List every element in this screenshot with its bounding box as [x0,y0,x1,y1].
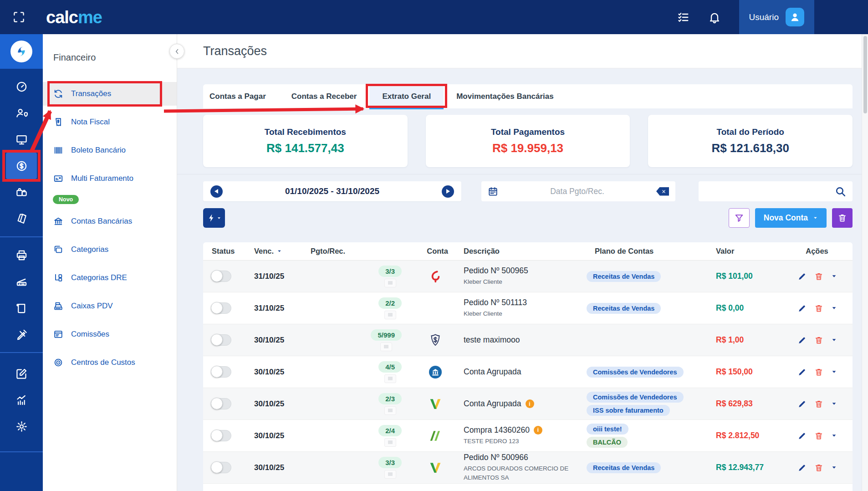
edit-button[interactable] [797,272,807,281]
edit-button[interactable] [797,431,807,440]
expand-button[interactable] [831,433,837,439]
rail-item-dashboard[interactable] [6,73,37,100]
sidebar-item-multi-faturamento[interactable]: Multi Faturamento [43,167,177,190]
status-toggle[interactable] [211,302,231,314]
column-header[interactable]: Plano de Contas [581,247,709,256]
delete-button[interactable] [814,304,823,313]
trash-icon [814,463,823,472]
rail-item-users-shield[interactable] [6,100,37,126]
tab-movimentacoes-bancarias[interactable]: Movimentações Bancárias [444,84,567,108]
rail-item-printer[interactable] [6,242,37,268]
delete-button[interactable] [814,399,823,409]
scrollbar-thumb[interactable] [863,36,867,113]
barcode-mini-icon[interactable] [384,438,396,447]
tab-contas-a-receber[interactable]: Contas a Receber [279,84,370,108]
calendar-button[interactable] [488,186,498,197]
expand-button[interactable] [831,465,837,471]
status-toggle[interactable] [211,366,231,378]
fullscreen-button[interactable] [13,11,25,23]
info-icon[interactable]: i [526,399,534,408]
edit-button[interactable] [797,304,807,313]
sidebar-item-transacoes[interactable]: Transações [43,82,177,106]
rail-item-scanner[interactable] [6,268,37,295]
column-header[interactable]: Ações [781,247,853,256]
barcode-mini-icon[interactable] [384,470,396,479]
edit-button[interactable] [797,368,807,377]
tab-contas-a-pagar[interactable]: Contas a Pagar [203,84,279,108]
notifications-bell-button[interactable] [708,11,721,24]
app-logo[interactable]: calcme [46,9,102,26]
delete-button[interactable] [814,368,823,377]
delete-button[interactable] [814,336,823,345]
table-row: 31/10/253/3Pedido Nº 500965Kleber Client… [203,261,853,292]
sidebar-item-nota-fiscal[interactable]: Nota Fiscal [43,110,177,134]
rail-item-catalog[interactable] [6,205,37,232]
rail-item-finance[interactable] [6,153,37,179]
expand-button[interactable] [831,273,837,279]
barcode-mini-icon[interactable] [384,374,396,383]
barcode-mini-icon[interactable] [384,311,396,319]
column-header[interactable]: Status [203,247,244,256]
next-period-button[interactable] [442,185,454,198]
column-header[interactable]: Descrição [458,247,581,256]
bulk-delete-button[interactable] [832,208,853,228]
status-toggle[interactable] [211,462,231,473]
mini-barcode-icon [387,376,394,381]
rail-item-shopping[interactable] [6,179,37,205]
rail-item-settings[interactable] [6,413,37,440]
sidebar-item-categorias-dre[interactable]: Categorias DRE [43,266,177,290]
column-header[interactable]: Valor [709,247,781,256]
search-button[interactable] [835,186,846,197]
quick-actions-button[interactable] [203,208,225,228]
nova-conta-button[interactable]: Nova Conta [755,208,827,228]
info-icon[interactable]: i [534,426,542,435]
edit-button[interactable] [797,336,807,345]
search-input[interactable] [705,187,835,196]
status-toggle[interactable] [211,271,231,282]
edit-button[interactable] [797,399,807,409]
edit-button[interactable] [797,463,807,472]
sidebar-item-contas-bancarias[interactable]: Contas Bancárias [43,210,177,233]
tab-extrato-geral[interactable]: Extrato Geral [369,84,444,108]
date-range-picker[interactable]: 01/10/2025 - 31/10/2025 [203,181,461,201]
tree-icon [53,273,63,283]
installments-badge: 2/2 [378,297,402,309]
user-menu[interactable]: Usuário [739,0,814,34]
delete-button[interactable] [814,463,823,472]
clear-date-button[interactable] [656,187,669,196]
brand-text: calc [46,8,78,27]
tasks-checklist-button[interactable] [677,11,690,24]
sidebar-item-label: Caixas PDV [71,302,113,311]
delete-button[interactable] [814,272,823,281]
sidebar-item-boleto-bancario[interactable]: Boleto Bancário [43,138,177,162]
sidebar-item-centros-de-custos[interactable]: Centros de Custos [43,351,177,374]
expand-button[interactable] [831,305,837,311]
column-header[interactable]: Conta [413,247,458,256]
filter-button[interactable] [729,208,750,228]
delete-button[interactable] [814,431,823,440]
sidebar-item-categorias[interactable]: Categorias [43,238,177,261]
column-header[interactable]: Venc. [244,247,308,256]
status-toggle[interactable] [211,334,231,346]
company-logo[interactable] [0,34,43,69]
column-header[interactable]: Pgto/Rec. [308,247,413,256]
sidebar-item-caixas-pdv[interactable]: Caixas PDV [43,294,177,318]
status-toggle[interactable] [211,398,231,409]
expand-button[interactable] [831,337,837,343]
scrollbar[interactable] [862,34,868,491]
expand-button[interactable] [831,369,837,375]
rail-item-analytics[interactable] [6,387,37,413]
barcode-mini-icon[interactable] [384,279,396,287]
barcode-mini-icon[interactable] [384,406,396,415]
expand-button[interactable] [831,401,837,407]
collapse-sidebar-button[interactable] [169,44,184,59]
prev-period-button[interactable] [210,185,223,198]
rail-item-design-tools[interactable] [6,321,37,348]
sidebar-item-comissoes[interactable]: Comissões [43,322,177,346]
rail-item-notes[interactable] [6,360,37,387]
barcode-mini-icon[interactable] [380,343,392,351]
rail-item-receipt[interactable] [6,295,37,321]
payment-date-input[interactable] [498,187,656,196]
status-toggle[interactable] [211,430,231,441]
rail-item-monitor[interactable] [6,126,37,153]
